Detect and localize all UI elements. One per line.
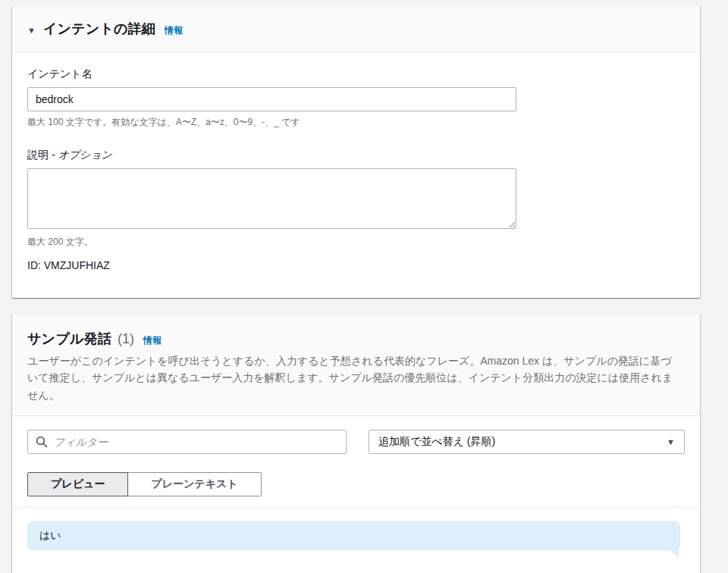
- sample-utterances-description: ユーザーがこのインテントを呼び出そうとするか、入力すると予想される代表的なフレー…: [27, 352, 679, 403]
- sort-order-dropdown[interactable]: 追加順で並べ替え (昇順) ▼: [369, 430, 685, 454]
- description-label: 説明 - オプション: [27, 149, 685, 162]
- description-textarea[interactable]: [27, 168, 516, 229]
- sample-utterances-panel: サンプル発話 (1) 情報 ユーザーがこのインテントを呼び出そうとするか、入力す…: [12, 315, 700, 573]
- intent-details-header: ▼ インテントの詳細 情報: [12, 6, 700, 52]
- sample-utterances-header: サンプル発話 (1) 情報 ユーザーがこのインテントを呼び出そうとするか、入力す…: [12, 315, 700, 416]
- tab-preview[interactable]: プレビュー: [27, 472, 128, 496]
- intent-name-label: インテント名: [27, 67, 685, 81]
- utterance-filter-box: [27, 430, 347, 454]
- intent-id-text: ID: VMZJUFHIAZ: [27, 259, 685, 271]
- intent-name-field-group: インテント名 最大 100 文字です。有効な文字は、A〜Z、a〜z、0〜9、-、…: [27, 67, 685, 129]
- utterance-text: はい: [39, 529, 61, 543]
- utterance-filter-input[interactable]: [54, 436, 338, 448]
- utterance-count: (1): [118, 331, 134, 347]
- description-field-group: 説明 - オプション 最大 200 文字。: [27, 149, 685, 249]
- view-mode-toggle: プレビュー プレーンテキスト: [27, 472, 262, 496]
- description-optional-suffix: - オプション: [52, 149, 112, 161]
- description-label-text: 説明: [27, 149, 49, 161]
- sample-utterances-title: サンプル発話: [27, 330, 111, 348]
- intent-name-input[interactable]: [27, 87, 516, 111]
- intent-name-helper: 最大 100 文字です。有効な文字は、A〜Z、a〜z、0〜9、-、_ です: [27, 116, 685, 129]
- tab-plain-text[interactable]: プレーンテキスト: [128, 472, 261, 496]
- utterance-bubble: はい: [27, 521, 680, 550]
- intent-details-info-link[interactable]: 情報: [165, 24, 183, 37]
- utterance-controls-row: 追加順で並べ替え (昇順) ▼: [27, 430, 685, 454]
- intent-details-panel: ▼ インテントの詳細 情報 インテント名 最大 100 文字です。有効な文字は、…: [12, 6, 700, 298]
- sample-utterances-body: 追加順で並べ替え (昇順) ▼ プレビュー プレーンテキスト はい: [12, 416, 700, 565]
- chevron-down-icon: ▼: [667, 437, 675, 446]
- intent-details-body: インテント名 最大 100 文字です。有効な文字は、A〜Z、a〜z、0〜9、-、…: [12, 52, 700, 286]
- sample-utterances-info-link[interactable]: 情報: [143, 334, 162, 347]
- sort-order-value: 追加順で並べ替え (昇順): [378, 435, 495, 449]
- description-helper: 最大 200 文字。: [27, 236, 685, 249]
- intent-details-title: インテントの詳細: [43, 20, 155, 38]
- speech-bubble-tail: [668, 549, 679, 557]
- search-icon: [36, 436, 48, 448]
- utterance-list: はい: [27, 508, 685, 550]
- collapse-caret-icon[interactable]: ▼: [27, 26, 36, 35]
